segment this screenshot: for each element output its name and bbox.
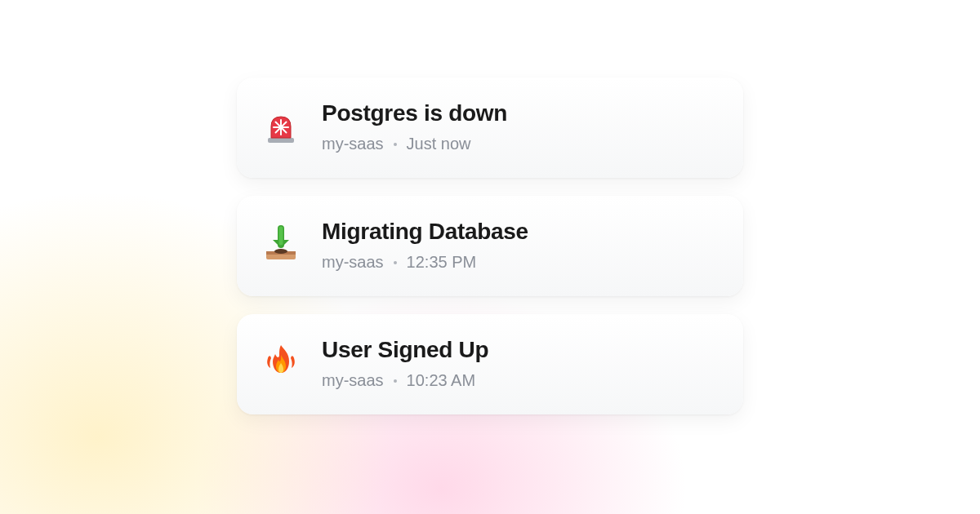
notification-project: my-saas — [322, 135, 384, 153]
svg-point-7 — [274, 249, 287, 254]
notification-meta: my-saas 12:35 PM — [322, 253, 719, 272]
notification-meta: my-saas 10:23 AM — [322, 371, 719, 390]
notification-meta: my-saas Just now — [322, 135, 719, 153]
notification-time: 10:23 AM — [407, 371, 476, 390]
notification-project: my-saas — [322, 371, 384, 390]
notification-list: Postgres is down my-saas Just now Migrat… — [237, 78, 743, 414]
download-tray-icon — [261, 224, 301, 263]
meta-separator-icon — [394, 261, 397, 264]
meta-separator-icon — [394, 143, 397, 146]
notification-title: Postgres is down — [322, 100, 719, 126]
notification-card[interactable]: Postgres is down my-saas Just now — [237, 78, 743, 178]
notification-body: Migrating Database my-saas 12:35 PM — [322, 219, 719, 272]
notification-body: User Signed Up my-saas 10:23 AM — [322, 337, 719, 390]
notification-time: Just now — [407, 135, 471, 153]
notification-body: Postgres is down my-saas Just now — [322, 100, 719, 153]
siren-icon — [261, 105, 301, 144]
meta-separator-icon — [394, 379, 397, 383]
notification-title: User Signed Up — [322, 337, 719, 363]
notification-card[interactable]: User Signed Up my-saas 10:23 AM — [237, 314, 743, 414]
notification-title: Migrating Database — [322, 219, 719, 245]
notification-card[interactable]: Migrating Database my-saas 12:35 PM — [237, 196, 743, 296]
fire-icon — [261, 342, 301, 381]
notification-time: 12:35 PM — [407, 253, 477, 272]
notification-project: my-saas — [322, 253, 384, 272]
svg-rect-0 — [268, 138, 294, 143]
